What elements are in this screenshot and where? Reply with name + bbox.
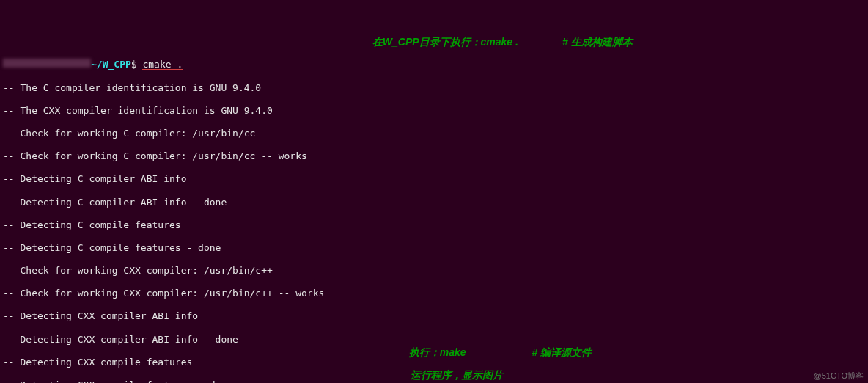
output-line: -- Check for working CXX compiler: /usr/… bbox=[3, 288, 865, 299]
terminal-output: xxxxxxxxxxxx~/W_CPP$ cmake . -- The C co… bbox=[0, 45, 868, 383]
output-line: -- The C compiler identification is GNU … bbox=[3, 82, 865, 94]
output-line: -- Check for working CXX compiler: /usr/… bbox=[3, 265, 865, 277]
output-line: -- Check for working C compiler: /usr/bi… bbox=[3, 150, 865, 162]
watermark: @51CTO博客 bbox=[814, 371, 864, 381]
command-cmake[interactable]: cmake . bbox=[142, 59, 183, 70]
output-line: -- Detecting C compile features - done bbox=[3, 242, 865, 254]
output-line: -- Detecting C compiler ABI info - done bbox=[3, 197, 865, 208]
blurred-user-host: xxxxxxxxxxxx bbox=[3, 59, 91, 68]
annotation-cmake: 在W_CPP目录下执行：cmake .# 生成构建脚本 bbox=[367, 23, 633, 48]
output-line: -- The CXX compiler identification is GN… bbox=[3, 105, 865, 117]
output-line: -- Detecting C compile features bbox=[3, 219, 865, 231]
annotation-run: 运行程序，显示图片 bbox=[411, 369, 503, 382]
annotation-make: 执行：make# 编译源文件 bbox=[403, 334, 592, 359]
output-line: -- Check for working C compiler: /usr/bi… bbox=[3, 128, 865, 139]
prompt-path: ~/W_CPP bbox=[91, 59, 131, 70]
output-line: -- Detecting CXX compiler ABI info bbox=[3, 310, 865, 322]
output-line: -- Detecting C compiler ABI info bbox=[3, 173, 865, 185]
